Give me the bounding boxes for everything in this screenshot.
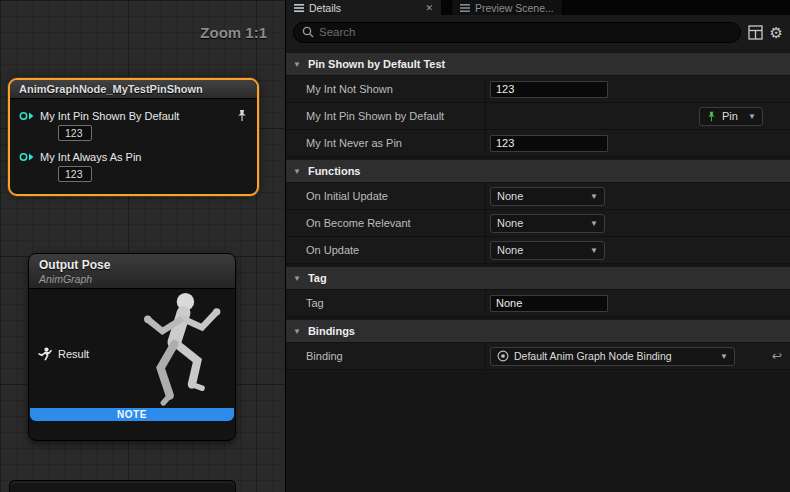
property-row: Tag xyxy=(286,290,790,317)
chevron-down-icon xyxy=(293,167,301,176)
display-options-icon[interactable] xyxy=(748,25,763,40)
chevron-down-icon xyxy=(293,327,301,336)
property-label: My Int Not Shown xyxy=(286,76,486,102)
dropdown-value: Pin xyxy=(722,110,738,122)
pose-pin-icon[interactable] xyxy=(38,347,52,361)
section-title: Functions xyxy=(308,165,361,177)
on-initial-update-dropdown[interactable]: None xyxy=(490,187,605,206)
section-header-functions[interactable]: Functions xyxy=(286,160,790,183)
property-label: On Update xyxy=(286,237,486,263)
section-header-tag[interactable]: Tag xyxy=(286,267,790,290)
chevron-down-icon xyxy=(293,274,301,283)
int-pin-icon[interactable] xyxy=(19,152,34,162)
property-row: On Become Relevant None xyxy=(286,210,790,237)
pin-row: My Int Always As Pin xyxy=(10,151,257,163)
pin-row: My Int Pin Shown By Default xyxy=(10,109,257,122)
node-subtitle: AnimGraph xyxy=(39,273,225,285)
output-pose-node[interactable]: Output Pose AnimGraph Res xyxy=(28,253,236,441)
chevron-down-icon xyxy=(748,112,756,121)
chevron-down-icon xyxy=(590,219,598,228)
chevron-down-icon xyxy=(590,192,598,201)
section-header-pin-shown-by-default-test[interactable]: Pin Shown by Default Test xyxy=(286,53,790,76)
preview-scene-tab-icon xyxy=(460,3,470,13)
pin-default-value-field[interactable]: 123 xyxy=(58,166,92,182)
pushpin-icon[interactable] xyxy=(236,109,248,122)
int-pin-icon[interactable] xyxy=(19,111,34,121)
search-icon xyxy=(302,26,314,38)
property-label: On Become Relevant xyxy=(286,210,486,236)
tab-label: Details xyxy=(309,2,341,14)
pin-icon xyxy=(706,111,717,122)
anim-graph-test-node[interactable]: AnimGraphNode_MyTestPinShown My Int Pin … xyxy=(8,78,259,196)
reset-to-default-icon[interactable] xyxy=(772,349,782,363)
details-panel: Details Preview Scene... xyxy=(285,0,790,492)
binding-dropdown-button[interactable]: Default Anim Graph Node Binding xyxy=(490,347,735,366)
result-pin-row: Result xyxy=(38,347,89,361)
property-row: My Int Never as Pin xyxy=(286,130,790,157)
tab-label: Preview Scene... xyxy=(475,2,554,14)
pin-label: My Int Pin Shown By Default xyxy=(40,110,179,122)
dropdown-value: None xyxy=(497,244,523,256)
property-row: On Initial Update None xyxy=(286,183,790,210)
tab-details[interactable]: Details xyxy=(286,0,441,15)
pin-label: My Int Always As Pin xyxy=(40,151,141,163)
node-header[interactable]: Output Pose AnimGraph xyxy=(29,254,235,289)
binding-icon xyxy=(497,350,509,362)
my-int-never-as-pin-input[interactable] xyxy=(490,135,608,152)
pin-dropdown-button[interactable]: Pin xyxy=(699,107,763,126)
details-tab-icon xyxy=(294,3,304,13)
property-row: On Update None xyxy=(286,237,790,264)
mannequin-figure xyxy=(127,287,231,425)
dropdown-value: None xyxy=(497,190,523,202)
property-label: My Int Pin Shown by Default xyxy=(286,103,486,129)
section-title: Bindings xyxy=(308,325,355,337)
property-label: On Initial Update xyxy=(286,183,486,209)
chevron-down-icon xyxy=(293,60,301,69)
search-box[interactable] xyxy=(293,22,741,43)
dropdown-value: None xyxy=(497,217,523,229)
my-int-not-shown-input[interactable] xyxy=(490,81,608,98)
note-bar: NOTE xyxy=(30,408,234,421)
property-row: Binding Default Anim Graph Node Binding xyxy=(286,343,790,370)
section-title: Tag xyxy=(308,272,327,284)
on-become-relevant-dropdown[interactable]: None xyxy=(490,214,605,233)
tag-input[interactable] xyxy=(490,295,608,312)
node-body: Result NOTE xyxy=(29,289,235,422)
tab-preview-scene[interactable]: Preview Scene... xyxy=(451,0,563,15)
partial-node[interactable] xyxy=(9,480,236,492)
property-label: My Int Never as Pin xyxy=(286,130,486,156)
property-label: Tag xyxy=(286,290,486,316)
gear-icon[interactable] xyxy=(770,25,783,40)
chevron-down-icon xyxy=(720,352,728,361)
section-header-bindings[interactable]: Bindings xyxy=(286,320,790,343)
chevron-down-icon xyxy=(590,246,598,255)
pin-default-value-field[interactable]: 123 xyxy=(58,125,92,141)
details-toolbar xyxy=(286,15,790,49)
node-title: Output Pose xyxy=(39,258,225,272)
property-label: Binding xyxy=(286,343,486,369)
on-update-dropdown[interactable]: None xyxy=(490,241,605,260)
result-pin-label: Result xyxy=(58,348,89,360)
section-title: Pin Shown by Default Test xyxy=(308,58,445,70)
zoom-level-label: Zoom 1:1 xyxy=(200,24,267,41)
property-row: My Int Not Shown xyxy=(286,76,790,103)
tab-bar: Details Preview Scene... xyxy=(286,0,790,15)
dropdown-value: Default Anim Graph Node Binding xyxy=(514,350,672,362)
node-title[interactable]: AnimGraphNode_MyTestPinShown xyxy=(10,80,257,99)
property-sections: Pin Shown by Default Test My Int Not Sho… xyxy=(286,49,790,492)
search-input[interactable] xyxy=(319,26,732,38)
close-icon[interactable] xyxy=(425,3,433,13)
graph-panel[interactable]: Zoom 1:1 AnimGraphNode_MyTestPinShown My… xyxy=(0,0,285,492)
property-row: My Int Pin Shown by Default Pin xyxy=(286,103,790,130)
